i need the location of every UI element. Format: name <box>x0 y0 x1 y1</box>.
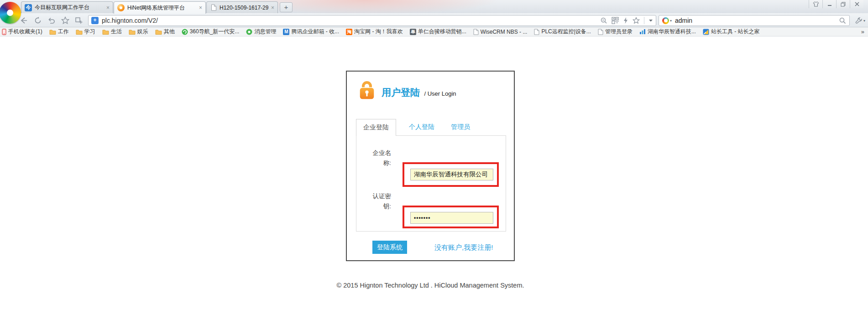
enterprise-name-input[interactable] <box>410 169 493 180</box>
bookmark-folder-work[interactable]: 工作 <box>49 28 69 36</box>
bookmark-360-nav[interactable]: 360导航_新一代安... <box>182 28 240 36</box>
browser-tab-1[interactable]: 今 今目标互联网工作平台 × <box>21 1 113 13</box>
blank-page-favicon-icon <box>210 4 217 11</box>
tab-close-icon[interactable]: × <box>199 5 202 10</box>
bookmark-admin-login[interactable]: 管理员登录 <box>598 28 633 36</box>
bookmark-danren[interactable]: 单 单仁合骏移动营销... <box>410 28 466 36</box>
bookmark-mobile-favorites[interactable]: 手机收藏夹(1) <box>2 28 42 36</box>
browser-logo-icon[interactable] <box>0 2 21 24</box>
folder-icon <box>155 29 162 35</box>
grid-plus-icon <box>75 16 83 25</box>
search-box[interactable]: ▾ admin <box>659 15 850 26</box>
page-icon <box>598 29 603 35</box>
folder-icon <box>129 29 136 35</box>
refresh-button[interactable] <box>32 15 44 26</box>
search-icon[interactable] <box>839 17 846 24</box>
login-title-zh: 用户登陆 <box>382 87 420 98</box>
bookmarks-overflow-chevron[interactable]: » <box>861 28 864 35</box>
undo-button[interactable] <box>46 15 58 26</box>
bookmark-folder-study[interactable]: 学习 <box>76 28 95 36</box>
tab-close-icon[interactable]: × <box>271 5 274 10</box>
page-icon <box>473 29 479 35</box>
login-panel: 用户登陆 / User Login 企业登陆 个人登陆 管理员 企业名称: 认证… <box>346 71 515 261</box>
bookmark-message-mgmt[interactable]: 消息管理 <box>246 28 276 36</box>
tab-admin[interactable]: 管理员 <box>444 119 477 135</box>
close-icon <box>855 2 859 6</box>
close-button[interactable] <box>850 0 863 8</box>
bar-chart-icon <box>639 29 646 35</box>
tab-title: HiNet网络系统管理平台 <box>127 4 196 12</box>
url-dropdown-icon[interactable] <box>648 19 653 22</box>
page-footer: © 2015 Hignton Technology Ltd . HiCloud … <box>0 282 861 289</box>
minimize-icon <box>827 2 832 6</box>
divider <box>644 17 644 24</box>
green-circle-icon <box>182 29 188 35</box>
folder-icon <box>49 29 56 35</box>
taobao-icon: 淘 <box>346 29 352 35</box>
dark-logo-icon: 单 <box>410 29 416 35</box>
site-shield-icon[interactable]: + <box>91 17 99 24</box>
bookmark-folder-life[interactable]: 生活 <box>102 28 122 36</box>
bookmark-taobao[interactable]: 淘 淘宝网 - 淘！我喜欢 <box>346 28 403 36</box>
search-engine-icon[interactable] <box>662 17 669 24</box>
search-engine-caret-icon[interactable]: ▾ <box>670 19 672 23</box>
register-link[interactable]: 没有账户,我要注册! <box>434 243 493 252</box>
address-bar[interactable]: + plc.hignton.com/V2/ <box>88 15 656 26</box>
undo-arrow-icon <box>47 16 56 25</box>
wrench-icon <box>855 17 863 24</box>
refresh-icon <box>34 16 42 25</box>
login-title-en: / User Login <box>424 90 456 97</box>
tencent-mail-icon: M <box>283 29 289 35</box>
tab-title: H120-1509-1617-2932-77 <box>220 5 268 11</box>
bookmark-zhanzhang[interactable]: 站长工具 - 站长之家 <box>703 28 760 36</box>
zhanzhang-icon <box>703 29 709 35</box>
phone-icon <box>2 29 6 35</box>
qr-code-icon[interactable] <box>612 17 619 24</box>
login-title: 用户登陆 / User Login <box>382 86 456 99</box>
star-icon <box>61 16 69 25</box>
minimize-button[interactable] <box>822 0 836 8</box>
bookmark-plc-monitor[interactable]: PLC远程监控|设备... <box>534 28 591 36</box>
auth-key-input[interactable] <box>410 212 493 224</box>
search-input[interactable]: admin <box>675 17 839 24</box>
tools-button[interactable]: ▾ <box>853 15 867 26</box>
page-icon <box>534 29 539 35</box>
folder-icon <box>76 29 83 35</box>
green-circle-icon <box>246 29 252 35</box>
jin-favicon-icon: 今 <box>25 4 32 11</box>
browser-tab-2-active[interactable]: HiNet网络系统管理平台 × <box>114 1 206 14</box>
page-content: 用户登陆 / User Login 企业登陆 个人登陆 管理员 企业名称: 认证… <box>0 36 868 309</box>
folder-icon <box>102 29 109 35</box>
hinet-favicon-icon <box>117 4 125 11</box>
bookmark-wisecrm[interactable]: WiseCRM NBS - ... <box>473 29 528 35</box>
login-submit-button[interactable]: 登陆系统 <box>372 241 407 254</box>
restore-button[interactable] <box>836 0 850 8</box>
new-tab-button[interactable]: + <box>280 2 293 12</box>
zoom-out-icon[interactable] <box>600 17 607 24</box>
favorites-button[interactable] <box>59 15 71 26</box>
url-text[interactable]: plc.hignton.com/V2/ <box>102 17 600 24</box>
browser-tab-3[interactable]: H120-1509-1617-2932-77 × <box>206 1 278 13</box>
auth-key-label: 认证密钥: <box>369 191 391 211</box>
bookmark-folder-other[interactable]: 其他 <box>155 28 175 36</box>
bookmark-huachen[interactable]: 湖南华辰智通科技... <box>639 28 696 36</box>
theme-button[interactable] <box>809 0 822 8</box>
tab-title: 今目标互联网工作平台 <box>35 4 104 11</box>
restore-icon <box>841 2 846 7</box>
tab-enterprise-login[interactable]: 企业登陆 <box>356 119 396 136</box>
collect-page-button[interactable] <box>73 15 85 26</box>
bookmark-folder-entertainment[interactable]: 娱乐 <box>129 28 148 36</box>
lock-icon <box>357 80 377 101</box>
lightning-icon[interactable] <box>623 17 628 24</box>
tab-close-icon[interactable]: × <box>106 5 110 10</box>
tab-personal-login[interactable]: 个人登陆 <box>402 119 442 135</box>
enterprise-name-label: 企业名称: <box>369 148 391 168</box>
bookmark-tencent-mail[interactable]: M 腾讯企业邮箱 - 收... <box>283 28 339 36</box>
bookmarks-bar: 手机收藏夹(1) 工作 学习 生活 娱乐 其他 360导航_新一代安... <box>0 27 868 36</box>
back-arrow-icon <box>20 16 29 25</box>
browser-titlebar: 今 今目标互联网工作平台 × HiNet网络系统管理平台 × H120-1509… <box>0 0 868 13</box>
bookmark-star-icon[interactable] <box>633 17 640 24</box>
tools-caret-icon: ▾ <box>863 19 865 23</box>
shirt-icon <box>813 1 819 7</box>
